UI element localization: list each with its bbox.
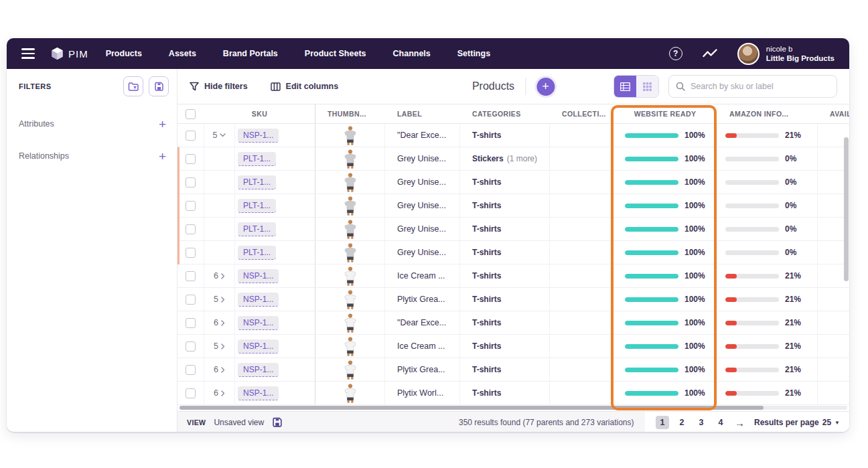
row-checkbox[interactable] [186, 341, 196, 352]
sku-badge[interactable]: NSP-1... [238, 339, 279, 354]
nav-item-settings[interactable]: Settings [457, 49, 490, 58]
product-thumbnail[interactable] [344, 149, 357, 169]
table-row[interactable]: 5 NSP-1... Ice Cream ... T-shirts [177, 335, 849, 358]
row-checkbox[interactable] [186, 177, 196, 187]
sku-badge[interactable]: NSP-1... [238, 316, 279, 330]
row-checkbox[interactable] [186, 365, 196, 375]
row-checkbox[interactable] [186, 131, 196, 141]
add-product-button[interactable]: + [536, 78, 555, 96]
expand-toggle[interactable]: 5 [204, 124, 235, 147]
table-row[interactable]: 5 NSP-1... Plytix Grea... T-shirts [177, 288, 849, 311]
sku-badge[interactable]: NSP-1... [238, 293, 279, 307]
expand-toggle[interactable]: 5 [204, 335, 235, 358]
product-thumbnail[interactable] [344, 384, 357, 403]
expand-toggle[interactable]: 6 [204, 382, 235, 404]
row-checkbox[interactable] [186, 224, 196, 234]
save-filter-button[interactable] [149, 76, 169, 96]
page-button-2[interactable]: 2 [675, 416, 689, 429]
edit-columns-button[interactable]: Edit columns [271, 82, 338, 91]
expand-toggle[interactable] [204, 241, 235, 264]
save-view-button[interactable] [272, 417, 283, 428]
sku-badge[interactable]: PLT-1... [238, 222, 276, 236]
user-block[interactable]: nicole b Little Big Products [766, 44, 835, 64]
col-header-website-ready[interactable]: WEBSITE READY [613, 110, 717, 118]
list-view-button[interactable] [614, 76, 636, 97]
sku-badge[interactable]: PLT-1... [238, 246, 276, 260]
pim-logo[interactable]: PIM [51, 47, 88, 60]
page-button-4[interactable]: 4 [714, 416, 727, 429]
sku-badge[interactable]: PLT-1... [238, 175, 276, 189]
hamburger-menu-icon[interactable] [21, 48, 35, 59]
sku-badge[interactable]: NSP-1... [238, 129, 279, 143]
row-checkbox[interactable] [186, 201, 196, 211]
col-header-categories[interactable]: CATEGORIES [460, 110, 550, 118]
nav-item-product-sheets[interactable]: Product Sheets [305, 49, 366, 58]
row-checkbox[interactable] [186, 271, 196, 281]
expand-toggle[interactable]: 5 [204, 288, 235, 311]
vertical-scrollbar[interactable] [844, 125, 849, 412]
table-row[interactable]: PLT-1... Grey Unise... T-shirts 100% [177, 194, 849, 218]
product-thumbnail[interactable] [344, 266, 357, 286]
table-row[interactable]: PLT-1... Grey Unise... T-shirts 100% [177, 171, 849, 194]
nav-item-assets[interactable]: Assets [169, 49, 196, 58]
col-header-amazon-info[interactable]: AMAZON INFO... [717, 110, 818, 118]
results-per-page-dropdown[interactable]: Results per page 25 ▼ [754, 418, 840, 427]
grid-view-button[interactable] [636, 76, 658, 97]
next-page-button[interactable]: → [735, 417, 745, 428]
row-checkbox[interactable] [186, 295, 196, 305]
saved-filters-button[interactable] [123, 76, 143, 96]
product-thumbnail[interactable] [344, 313, 357, 333]
expand-toggle[interactable] [204, 194, 235, 217]
avatar[interactable] [737, 43, 760, 65]
activity-icon[interactable] [703, 49, 717, 58]
page-button-3[interactable]: 3 [695, 416, 708, 429]
expand-toggle[interactable] [204, 171, 235, 193]
product-thumbnail[interactable] [344, 220, 357, 239]
table-row[interactable]: 6 NSP-1... Plytix Worl... T-shirts [177, 382, 849, 405]
horizontal-scrollbar[interactable] [177, 405, 849, 411]
add-relationship-filter-button[interactable]: + [159, 150, 166, 163]
product-thumbnail[interactable] [344, 337, 357, 356]
table-row[interactable]: 6 NSP-1... Plytix Grea... T-shirts [177, 358, 849, 382]
add-attribute-filter-button[interactable]: + [159, 118, 166, 131]
product-thumbnail[interactable] [344, 360, 357, 380]
product-thumbnail[interactable] [344, 290, 357, 309]
table-row[interactable]: PLT-1... Grey Unise... T-shirts 100% [177, 218, 849, 241]
table-row[interactable]: 6 NSP-1... Ice Cream ... T-shirts [177, 264, 849, 288]
row-checkbox[interactable] [186, 318, 196, 328]
nav-item-products[interactable]: Products [106, 49, 142, 58]
row-checkbox[interactable] [186, 388, 196, 398]
product-thumbnail[interactable] [344, 126, 357, 145]
expand-toggle[interactable]: 6 [204, 358, 235, 381]
expand-toggle[interactable] [204, 147, 235, 170]
expand-toggle[interactable] [204, 218, 235, 240]
expand-toggle[interactable]: 6 [204, 264, 235, 287]
col-header-label[interactable]: LABEL [385, 110, 460, 118]
row-checkbox[interactable] [186, 154, 196, 164]
page-button-1[interactable]: 1 [656, 416, 669, 429]
sku-badge[interactable]: PLT-1... [238, 199, 276, 213]
sidebar-section-attributes[interactable]: Attributes + [7, 112, 177, 136]
sidebar-section-relationships[interactable]: Relationships + [7, 144, 177, 168]
col-header-collections[interactable]: COLLECTI... [550, 110, 613, 118]
product-thumbnail[interactable] [344, 173, 357, 192]
sku-badge[interactable]: PLT-1... [238, 152, 276, 166]
col-header-available[interactable]: AVAILABI [818, 110, 849, 118]
nav-item-channels[interactable]: Channels [393, 49, 431, 58]
table-row[interactable]: PLT-1... Grey Unise... Stickers (1 more)… [177, 147, 849, 171]
select-all-checkbox[interactable] [186, 109, 196, 119]
table-row[interactable]: 5 NSP-1... "Dear Exce... T-shirts [177, 124, 849, 147]
expand-toggle[interactable]: 6 [204, 311, 235, 334]
col-header-sku[interactable]: SKU [204, 104, 315, 124]
help-icon[interactable]: ? [669, 47, 682, 60]
sku-badge[interactable]: NSP-1... [238, 269, 279, 283]
product-thumbnail[interactable] [344, 243, 357, 262]
nav-item-brand-portals[interactable]: Brand Portals [223, 49, 278, 58]
table-row[interactable]: PLT-1... Grey Unise... T-shirts 100% [177, 241, 849, 264]
table-row[interactable]: 6 NSP-1... "Dear Exce... T-shirts [177, 311, 849, 335]
search-input[interactable] [691, 82, 830, 91]
row-checkbox[interactable] [186, 248, 196, 258]
hide-filters-button[interactable]: Hide filters [190, 82, 248, 91]
col-header-thumbnail[interactable]: THUMBN... [315, 110, 385, 118]
sku-badge[interactable]: NSP-1... [238, 363, 279, 377]
